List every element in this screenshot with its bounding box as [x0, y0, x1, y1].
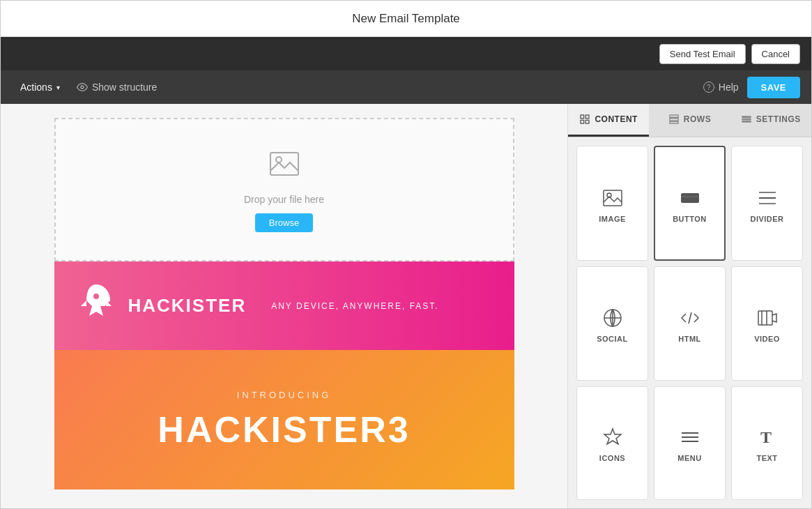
- svg-rect-10: [670, 121, 678, 123]
- block-menu[interactable]: MENU: [654, 386, 726, 500]
- tab-settings[interactable]: SETTINGS: [730, 104, 811, 137]
- svg-rect-16: [604, 190, 622, 206]
- svg-point-3: [93, 294, 99, 299]
- send-test-email-button[interactable]: Send Test Email: [659, 44, 746, 64]
- block-video-label: VIDEO: [754, 335, 780, 343]
- svg-rect-12: [742, 119, 751, 119]
- svg-rect-8: [670, 115, 678, 117]
- block-video[interactable]: VIDEO: [731, 266, 803, 380]
- block-text-label: TEXT: [756, 454, 777, 462]
- block-divider-label: DIVIDER: [750, 215, 783, 223]
- tab-rows-label: ROWS: [684, 114, 711, 124]
- introducing-text: INTRODUCING: [237, 390, 332, 400]
- svg-rect-27: [758, 311, 772, 325]
- page-title: New Email Template: [352, 12, 460, 26]
- rows-tab-icon: [668, 114, 680, 125]
- block-icons-label: ICONS: [599, 454, 625, 462]
- social-block-icon: [602, 307, 624, 329]
- menu-block-icon: [679, 426, 701, 448]
- actions-dropdown[interactable]: Actions ▾: [12, 77, 68, 97]
- svg-rect-11: [742, 116, 751, 117]
- icons-block-icon: [602, 426, 624, 448]
- button-block-icon: [679, 187, 701, 209]
- html-block-icon: [679, 307, 701, 329]
- svg-rect-13: [742, 121, 751, 122]
- image-block-icon: [602, 187, 624, 209]
- help-icon: ?: [703, 82, 714, 93]
- chevron-down-icon: ▾: [56, 84, 60, 91]
- svg-rect-6: [581, 120, 584, 123]
- eye-icon: [77, 82, 88, 93]
- svg-rect-18: [681, 193, 699, 203]
- tab-content[interactable]: CONTENT: [568, 104, 649, 137]
- tab-settings-label: SETTINGS: [756, 114, 801, 124]
- panel-tabs: CONTENT ROWS SETTINGS: [568, 104, 811, 137]
- svg-marker-30: [604, 429, 621, 444]
- svg-text:T: T: [760, 428, 772, 446]
- product-name: HACKISTER3: [158, 409, 410, 450]
- block-html[interactable]: HTML: [654, 266, 726, 380]
- help-label: Help: [719, 82, 739, 93]
- svg-point-14: [744, 116, 746, 118]
- dark-toolbar: Send Test Email Cancel: [1, 37, 811, 70]
- email-section-orange: INTRODUCING HACKISTER3: [54, 350, 514, 489]
- svg-rect-5: [586, 115, 590, 119]
- block-icons[interactable]: ICONS: [576, 386, 648, 500]
- show-structure-label: Show structure: [92, 82, 157, 93]
- cancel-button[interactable]: Cancel: [751, 44, 800, 64]
- blocks-grid: IMAGE BUTTON DI: [568, 137, 811, 508]
- drop-zone[interactable]: Drop your file here Browse: [54, 118, 514, 261]
- divider-block-icon: [756, 187, 779, 209]
- text-block-icon: T: [756, 426, 779, 448]
- block-button[interactable]: BUTTON: [654, 146, 726, 261]
- title-bar: New Email Template: [1, 1, 811, 37]
- svg-rect-1: [270, 153, 298, 175]
- settings-tab-icon: [741, 114, 752, 125]
- svg-line-26: [689, 312, 691, 324]
- svg-rect-7: [586, 120, 590, 123]
- brand-tagline: ANY DEVICE, ANYWHERE, FAST.: [271, 301, 439, 311]
- block-image-label: IMAGE: [599, 215, 626, 223]
- block-html-label: HTML: [678, 335, 701, 343]
- canvas-area: Drop your file here Browse: [1, 104, 567, 508]
- block-social-label: SOCIAL: [597, 335, 628, 343]
- block-menu-label: MENU: [677, 454, 701, 462]
- image-placeholder-icon: [268, 147, 301, 187]
- block-text[interactable]: T TEXT: [731, 386, 803, 500]
- rocket-icon: [75, 281, 117, 331]
- email-preview: HACKISTER ANY DEVICE, ANYWHERE, FAST. IN…: [54, 261, 514, 489]
- svg-point-15: [747, 119, 749, 121]
- right-panel: CONTENT ROWS SETTINGS: [567, 104, 811, 508]
- save-button[interactable]: SAVE: [747, 77, 800, 98]
- tab-rows[interactable]: ROWS: [649, 104, 730, 137]
- tab-content-label: CONTENT: [595, 114, 638, 124]
- actions-label: Actions: [20, 82, 52, 93]
- content-tab-icon: [579, 114, 590, 125]
- block-divider[interactable]: DIVIDER: [731, 146, 803, 261]
- browse-button[interactable]: Browse: [255, 213, 313, 232]
- show-structure-button[interactable]: Show structure: [68, 77, 165, 97]
- main-area: Drop your file here Browse: [1, 104, 811, 508]
- action-toolbar: Actions ▾ Show structure ? Help SAVE: [1, 70, 811, 104]
- email-section-pink: HACKISTER ANY DEVICE, ANYWHERE, FAST.: [54, 261, 514, 350]
- svg-rect-4: [581, 115, 584, 119]
- block-image[interactable]: IMAGE: [576, 146, 648, 261]
- brand-name: HACKISTER: [128, 295, 247, 317]
- block-social[interactable]: SOCIAL: [576, 266, 648, 380]
- drop-zone-text: Drop your file here: [244, 194, 324, 205]
- help-button[interactable]: ? Help: [695, 77, 747, 97]
- svg-point-0: [81, 86, 84, 89]
- svg-rect-9: [670, 119, 678, 121]
- block-button-label: BUTTON: [673, 215, 707, 223]
- video-block-icon: [756, 307, 779, 329]
